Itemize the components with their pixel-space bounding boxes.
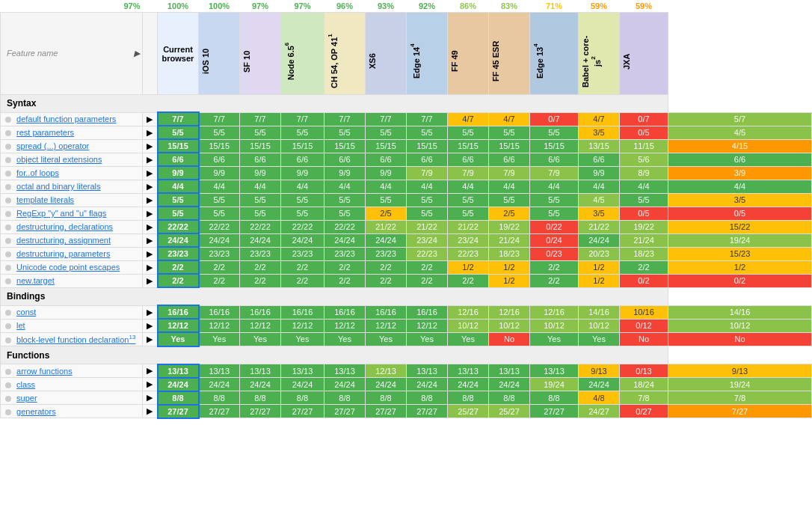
cell-node: 8/8: [281, 391, 325, 405]
cell-ff49: 21/22: [448, 220, 489, 233]
expand-arrow[interactable]: ▶: [143, 126, 158, 139]
feature-link[interactable]: template literals: [16, 195, 74, 204]
expand-arrow[interactable]: ▶: [143, 207, 158, 220]
node-header: Node 6.56: [281, 13, 325, 95]
expand-arrow[interactable]: ▶: [143, 233, 158, 247]
feature-link[interactable]: destructuring, declarations: [16, 222, 113, 231]
table-row: super ▶8/88/88/88/88/88/88/88/88/88/84/8…: [1, 391, 812, 405]
expand-arrow[interactable]: ▶: [143, 378, 158, 391]
cell-sf: 9/9: [240, 166, 281, 180]
status-dot: [5, 157, 11, 163]
cell-jxa: 0/2: [620, 274, 668, 287]
cell-ts: 4/5: [668, 126, 812, 139]
feature-link[interactable]: for..of loops: [16, 168, 59, 177]
feature-link[interactable]: super: [16, 394, 37, 403]
feature-link[interactable]: destructuring, parameters: [16, 249, 110, 258]
cell-ff49: 6/6: [448, 153, 489, 166]
expand-arrow[interactable]: ▶: [143, 260, 158, 274]
status-dot: [5, 171, 11, 177]
expand-arrow[interactable]: ▶: [143, 364, 158, 378]
cell-ff49: 22/23: [448, 247, 489, 260]
cell-edge13: 8/8: [530, 391, 579, 405]
cell-sf: 15/15: [240, 139, 281, 153]
cell-node: 24/24: [281, 233, 325, 247]
cell-node: 24/24: [281, 378, 325, 391]
expand-arrow[interactable]: ▶: [143, 305, 158, 319]
cell-sf: 12/12: [240, 319, 281, 332]
feature-link[interactable]: let: [16, 321, 25, 330]
feature-link[interactable]: new.target: [16, 276, 55, 285]
cell-edge13: 12/16: [530, 305, 579, 319]
cell-xs6: Yes: [366, 332, 407, 346]
expand-arrow[interactable]: ▶: [143, 139, 158, 153]
status-dot: [5, 323, 11, 329]
cell-node: Yes: [281, 332, 325, 346]
cell-babel: 24/24: [579, 233, 620, 247]
current-browser-cell: 22/22: [158, 220, 199, 233]
status-dot: [5, 382, 11, 388]
cell-ios: 5/5: [199, 207, 240, 220]
cell-edge13: 5/5: [530, 193, 579, 207]
feature-link[interactable]: rest parameters: [16, 128, 74, 137]
feature-link[interactable]: destructuring, assignment: [16, 236, 111, 245]
cell-ios: 22/22: [199, 220, 240, 233]
feature-link[interactable]: arrow functions: [16, 367, 73, 376]
feature-link[interactable]: spread (...) operator: [16, 141, 89, 150]
table-row: block-level function declaration13 ▶YesY…: [1, 332, 812, 346]
expand-arrow[interactable]: ▶: [143, 112, 158, 126]
feature-cell: destructuring, assignment: [1, 233, 143, 247]
cell-ffESR: 19/22: [489, 220, 530, 233]
feature-link[interactable]: Unicode code point escapes: [16, 263, 120, 272]
cell-ts: 19/24: [668, 378, 812, 391]
feature-link[interactable]: octal and binary literals: [16, 182, 101, 191]
ios-header: iOS 10: [199, 13, 240, 95]
cell-edge14: 7/9: [407, 166, 448, 180]
cell-ts: 0/2: [668, 274, 812, 287]
feature-link[interactable]: object literal extensions: [16, 155, 102, 164]
cell-ts: 6/6: [668, 153, 812, 166]
cell-ch: 27/27: [325, 405, 366, 418]
cell-ios: 13/13: [199, 364, 240, 378]
feature-link[interactable]: default function parameters: [16, 114, 116, 123]
cell-edge13: 27/27: [530, 405, 579, 418]
cell-ffESR: 10/12: [489, 319, 530, 332]
cell-ff49: 23/24: [448, 233, 489, 247]
expand-arrow[interactable]: ▶: [143, 391, 158, 405]
cell-edge13: 0/23: [530, 247, 579, 260]
expand-arrow[interactable]: ▶: [143, 180, 158, 193]
table-row: RegExp "y" and "u" flags ▶5/55/55/55/55/…: [1, 207, 812, 220]
feature-link[interactable]: const: [16, 308, 36, 317]
expand-arrow[interactable]: ▶: [143, 166, 158, 180]
expand-arrow[interactable]: ▶: [143, 153, 158, 166]
cell-ts: 10/12: [668, 319, 812, 332]
cell-jxa: 21/24: [620, 233, 668, 247]
table-row: new.target ▶2/22/22/22/22/22/22/22/21/22…: [1, 274, 812, 287]
cell-babel: Yes: [579, 332, 620, 346]
expand-arrow[interactable]: ▶: [143, 193, 158, 207]
expand-arrow[interactable]: ▶: [143, 274, 158, 287]
expand-arrow[interactable]: ▶: [143, 247, 158, 260]
feature-link[interactable]: class: [16, 380, 35, 389]
feature-cell: destructuring, parameters: [1, 247, 143, 260]
cell-edge14: 4/4: [407, 180, 448, 193]
cell-edge14: 15/15: [407, 139, 448, 153]
feature-cell: new.target: [1, 274, 143, 287]
expand-arrow[interactable]: ▶: [143, 332, 158, 346]
feature-cell: template literals: [1, 193, 143, 207]
cell-ffESR: 4/4: [489, 180, 530, 193]
cell-ch: 12/12: [325, 319, 366, 332]
expand-arrow[interactable]: ▶: [143, 319, 158, 332]
cell-babel: 6/6: [579, 153, 620, 166]
expand-arrow[interactable]: ▶: [143, 405, 158, 418]
cell-sf: 6/6: [240, 153, 281, 166]
expand-arrow[interactable]: ▶: [143, 220, 158, 233]
cell-babel: 3/5: [579, 126, 620, 139]
cell-xs6: 16/16: [366, 305, 407, 319]
feature-link[interactable]: block-level function declaration13: [16, 335, 135, 344]
feature-link[interactable]: generators: [16, 407, 56, 416]
feature-sort-arrow[interactable]: ▶: [134, 49, 140, 58]
cell-babel: 4/8: [579, 391, 620, 405]
feature-link[interactable]: RegExp "y" and "u" flags: [16, 209, 106, 218]
cell-node: 15/15: [281, 139, 325, 153]
cell-sf: 23/23: [240, 247, 281, 260]
